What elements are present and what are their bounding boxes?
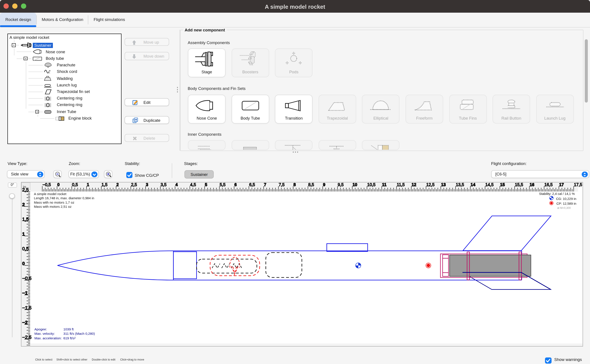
- svg-text:10,5: 10,5: [367, 182, 375, 187]
- svg-text:10: 10: [352, 182, 357, 187]
- svg-text:−0,5: −0,5: [22, 275, 32, 281]
- svg-text:at M=0,300: at M=0,300: [557, 206, 570, 209]
- svg-text:5: 5: [205, 182, 207, 187]
- svg-text:0,5: 0,5: [22, 246, 29, 251]
- svg-text:9,5: 9,5: [338, 182, 343, 187]
- svg-text:9: 9: [323, 182, 325, 187]
- svg-text:13,5: 13,5: [456, 182, 464, 187]
- svg-text:14,5: 14,5: [485, 182, 493, 187]
- svg-text:1: 1: [87, 182, 89, 187]
- svg-text:5,5: 5,5: [219, 182, 225, 187]
- svg-text:12: 12: [411, 182, 416, 187]
- svg-text:3: 3: [146, 182, 148, 187]
- svg-text:Apogee:: Apogee:: [34, 327, 47, 331]
- svg-text:1,5: 1,5: [22, 216, 29, 222]
- svg-text:7,5: 7,5: [278, 182, 284, 187]
- svg-text:4,5: 4,5: [190, 182, 196, 187]
- svg-text:2: 2: [116, 182, 118, 187]
- svg-text:−1,5: −1,5: [22, 305, 32, 310]
- svg-text:8,5: 8,5: [308, 182, 314, 187]
- svg-text:15,5: 15,5: [515, 182, 523, 187]
- svg-text:2,5: 2,5: [22, 187, 29, 192]
- svg-text:17,5: 17,5: [574, 182, 582, 187]
- svg-text:4: 4: [175, 182, 177, 187]
- svg-text:311 ft/s (Mach 0,280): 311 ft/s (Mach 0,280): [63, 332, 95, 335]
- svg-text:1039 ft: 1039 ft: [63, 327, 74, 331]
- svg-text:11: 11: [382, 182, 386, 187]
- svg-text:619 ft/s²: 619 ft/s²: [63, 336, 75, 340]
- svg-text:1: 1: [22, 231, 25, 237]
- svg-text:11,5: 11,5: [397, 182, 404, 187]
- svg-text:Max. velocity:: Max. velocity:: [34, 332, 54, 335]
- svg-text:15: 15: [500, 182, 505, 187]
- svg-text:Mass with motors 2,51 oz: Mass with motors 2,51 oz: [34, 204, 71, 208]
- svg-text:Mass with no motors 1,7 oz: Mass with no motors 1,7 oz: [34, 200, 74, 204]
- svg-text:3,5: 3,5: [160, 182, 166, 187]
- svg-text:0: 0: [22, 260, 25, 266]
- svg-text:CG: 10,229 in: CG: 10,229 in: [556, 197, 576, 200]
- svg-text:Stability: 2,4 cal / 14,1 %: Stability: 2,4 cal / 14,1 %: [539, 192, 575, 195]
- svg-text:17: 17: [559, 182, 564, 187]
- svg-text:13: 13: [441, 182, 446, 187]
- svg-text:7: 7: [264, 182, 266, 187]
- svg-text:Max. acceleration:: Max. acceleration:: [34, 336, 61, 340]
- svg-text:12,5: 12,5: [426, 182, 434, 187]
- svg-text:2,5: 2,5: [131, 182, 137, 187]
- svg-text:16: 16: [530, 182, 534, 187]
- svg-text:−1: −1: [22, 290, 27, 295]
- svg-text:−2,5: −2,5: [22, 334, 32, 340]
- svg-text:14: 14: [470, 182, 475, 187]
- svg-text:A simple model rocket: A simple model rocket: [34, 192, 66, 195]
- svg-text:Length 16,748 in, max. diamete: Length 16,748 in, max. diameter 0,984 in: [34, 196, 94, 200]
- svg-text:0: 0: [57, 182, 60, 187]
- svg-text:0,5: 0,5: [72, 182, 78, 187]
- svg-text:16,5: 16,5: [544, 182, 552, 187]
- svg-text:2: 2: [22, 202, 25, 207]
- svg-text:−2: −2: [22, 319, 27, 325]
- svg-text:−0,5: −0,5: [42, 182, 51, 187]
- svg-text:8: 8: [293, 182, 296, 187]
- svg-text:6,5: 6,5: [249, 182, 255, 187]
- svg-text:1,5: 1,5: [101, 182, 107, 187]
- svg-text:6: 6: [234, 182, 237, 187]
- svg-text:CP: 12,589 in: CP: 12,589 in: [556, 202, 576, 205]
